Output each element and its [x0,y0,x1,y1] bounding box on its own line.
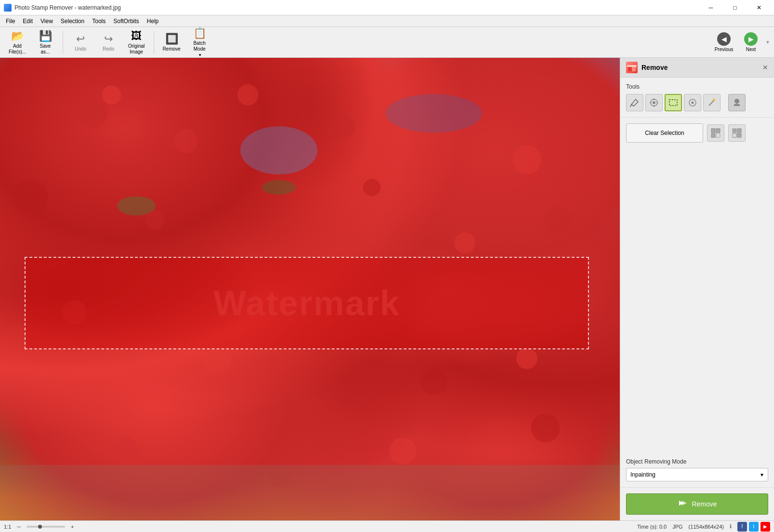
svg-point-20 [531,413,560,442]
format-display: JPG [672,524,682,530]
svg-point-0 [79,99,107,128]
status-bar: 1:1 ─ + Time (s): 0.0 JPG (1154x864x24) … [0,520,774,532]
stamp-tool-button[interactable] [728,94,746,111]
svg-point-3 [14,180,48,213]
pencil-tool-icon [630,98,640,107]
batch-mode-icon: 📋 [193,27,206,40]
select-all-button[interactable] [707,124,724,142]
menu-selection[interactable]: Selection [57,17,88,26]
zoom-minus-icon[interactable]: ─ [17,524,21,530]
svg-marker-54 [682,501,687,505]
previous-icon: ◀ [717,32,731,46]
mode-dropdown[interactable]: Inpainting Content-Aware Fill Texture Sy… [626,468,768,481]
next-label: Next [746,47,756,52]
remove-action-svg [677,498,688,508]
svg-rect-36 [669,100,677,106]
toolbar-separator-2 [154,31,154,54]
zoom-plus-icon[interactable]: + [71,524,74,530]
undo-icon: ↩ [76,33,85,45]
remove-action-button[interactable]: Remove [626,493,768,515]
youtube-button[interactable]: ▶ [761,522,770,532]
save-as-button[interactable]: 💾 Saveas... [32,29,59,56]
maximize-button[interactable]: □ [724,2,746,13]
svg-point-23 [117,196,156,215]
main-layout: Watermark Remove ✕ Tools [0,58,774,520]
svg-point-10 [454,232,476,253]
magic-wand-tool-button[interactable]: ✦ [703,94,721,111]
mode-dropdown-wrapper: Inpainting Content-Aware Fill Texture Sy… [626,468,768,481]
svg-point-7 [512,145,541,174]
undo-button[interactable]: ↩ Undo [67,29,94,56]
add-files-label: AddFile(s)... [9,43,26,55]
svg-point-11 [544,206,571,233]
svg-point-15 [420,368,447,395]
toolbox-header-left: Remove [626,62,667,73]
stamp-tool-icon [732,98,742,107]
menu-bar: File Edit View Selection Tools SoftOrbit… [0,15,774,27]
next-button[interactable]: ▶ Next [737,29,764,56]
svg-rect-45 [711,129,715,133]
mode-label: Object Removing Mode [626,458,768,465]
brush-tool-button[interactable] [645,94,663,111]
menu-softorbits[interactable]: SoftOrbits [109,17,143,26]
svg-point-38 [692,102,694,104]
svg-rect-25 [0,465,620,520]
svg-point-24 [262,180,296,195]
svg-rect-43 [734,104,740,106]
menu-help[interactable]: Help [143,17,163,26]
canvas-area[interactable]: Watermark [0,58,620,520]
menu-tools[interactable]: Tools [88,17,109,26]
previous-button[interactable]: ◀ Previous [710,29,737,56]
svg-rect-28 [627,65,637,67]
clear-selection-button[interactable]: Clear Selection [626,123,703,143]
toolbar: 📂 AddFile(s)... 💾 Saveas... ↩ Undo ↪ Red… [0,27,774,58]
batch-dropdown-arrow: ▼ [198,53,202,57]
svg-point-42 [734,99,739,104]
original-image-icon: 🖼 [131,30,142,42]
select-similar-icon [732,128,742,138]
pencil-tool-button[interactable] [626,94,643,111]
select-similar-button[interactable] [728,124,746,142]
prev-next-area: ◀ Previous ▶ Next ▼ [710,29,770,56]
remove-label: Remove [162,46,180,52]
svg-point-5 [327,114,354,141]
batch-mode-button[interactable]: 📋 BatchMode ▼ [186,29,213,56]
rectangle-tool-button[interactable] [665,94,682,111]
next-icon: ▶ [744,32,758,46]
menu-file[interactable]: File [2,17,19,26]
social-buttons: f t ▶ [737,522,770,532]
toolbox-close-button[interactable]: ✕ [762,64,768,71]
svg-point-4 [237,84,258,106]
svg-rect-52 [737,133,741,137]
add-files-button[interactable]: 📂 AddFile(s)... [4,29,31,56]
svg-point-1 [102,85,121,105]
redo-button[interactable]: ↪ Redo [95,29,122,56]
toolbox-panel: Remove ✕ Tools [620,58,774,520]
redo-icon: ↪ [104,33,113,45]
title-bar-left: Photo Stamp Remover - watermarked.jpg [4,4,121,12]
toolbox-header: Remove ✕ [620,58,774,78]
menu-edit[interactable]: Edit [19,17,37,26]
time-display: Time (s): 0.0 [637,524,667,530]
rectangle-tool-icon [668,98,678,107]
zoom-track[interactable] [27,526,65,528]
canvas-image: Watermark [0,58,620,520]
batch-mode-label: BatchMode [193,40,206,52]
settings-tool-button[interactable] [684,94,701,111]
flower-background: Watermark [0,58,620,520]
toolbar-group-remove: 🔲 Remove 📋 BatchMode ▼ [158,29,213,56]
zoom-thumb [38,525,42,529]
select-all-icon [711,128,721,138]
twitter-button[interactable]: t [749,522,759,532]
remove-button-toolbar[interactable]: 🔲 Remove [158,29,185,56]
magic-wand-icon: ✦ [707,98,717,107]
menu-view[interactable]: View [37,17,57,26]
info-icon[interactable]: ℹ [730,523,732,530]
toolbox-spacer [620,148,774,452]
original-image-button[interactable]: 🖼 OriginalImage [123,29,150,56]
close-button[interactable]: ✕ [748,2,770,13]
remove-btn-section: Remove [620,488,774,520]
tools-label: Tools [626,83,768,90]
facebook-button[interactable]: f [737,522,747,532]
minimize-button[interactable]: ─ [700,2,722,13]
